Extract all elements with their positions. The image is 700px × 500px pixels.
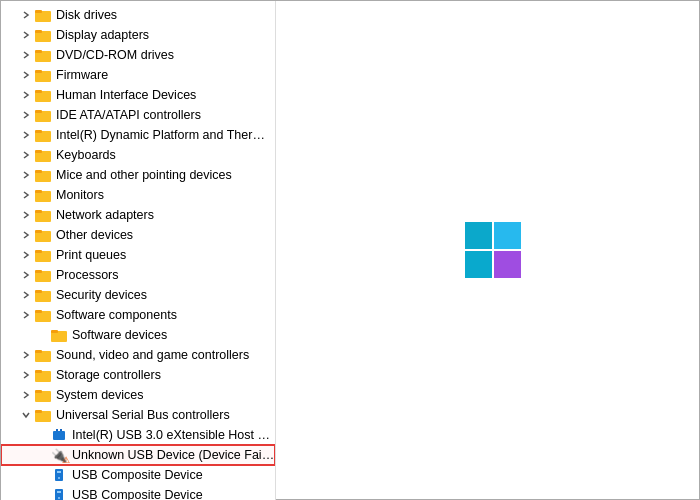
svg-rect-41	[35, 410, 42, 413]
svg-rect-42	[53, 431, 65, 440]
chevron-icon	[21, 390, 35, 400]
svg-rect-45	[55, 469, 63, 481]
item-icon	[35, 268, 53, 282]
svg-rect-13	[35, 130, 42, 133]
chevron-icon	[21, 90, 35, 100]
item-label: Storage controllers	[56, 366, 161, 384]
tree-item-display-adapters[interactable]: Display adapters	[1, 25, 275, 45]
tree-item-dvd-cdrom[interactable]: DVD/CD-ROM drives	[1, 45, 275, 65]
svg-rect-5	[35, 50, 42, 53]
tree-item-software-devices[interactable]: Software devices	[1, 325, 275, 345]
item-icon	[35, 408, 53, 422]
tree-item-intel-usb[interactable]: Intel(R) USB 3.0 eXtensible Host Control…	[1, 425, 275, 445]
device-tree-panel[interactable]: Disk drivesDisplay adaptersDVD/CD-ROM dr…	[1, 1, 276, 500]
svg-rect-59	[494, 222, 521, 249]
item-icon	[35, 88, 53, 102]
tree-item-keyboards[interactable]: Keyboards	[1, 145, 275, 165]
svg-rect-19	[35, 190, 42, 193]
chevron-icon	[21, 50, 35, 60]
item-icon	[51, 427, 69, 443]
item-icon	[51, 328, 69, 342]
svg-rect-7	[35, 70, 42, 73]
svg-rect-25	[35, 250, 42, 253]
item-label: Processors	[56, 266, 119, 284]
svg-rect-17	[35, 170, 42, 173]
item-label: Sound, video and game controllers	[56, 346, 249, 364]
item-label: Unknown USB Device (Device Failed Enumer…	[72, 446, 275, 464]
tree-item-storage-controllers[interactable]: Storage controllers	[1, 365, 275, 385]
item-label: Intel(R) USB 3.0 eXtensible Host Control…	[72, 426, 275, 444]
svg-point-50	[58, 497, 60, 499]
tree-item-system-devices[interactable]: System devices	[1, 385, 275, 405]
item-icon	[51, 467, 69, 483]
chevron-icon	[21, 350, 35, 360]
tree-item-intel-dynamic[interactable]: Intel(R) Dynamic Platform and Thermal Fr…	[1, 125, 275, 145]
svg-rect-39	[35, 390, 42, 393]
svg-rect-35	[35, 350, 42, 353]
tree-item-ide-ata[interactable]: IDE ATA/ATAPI controllers	[1, 105, 275, 125]
tree-item-firmware[interactable]: Firmware	[1, 65, 275, 85]
chevron-icon	[21, 110, 35, 120]
item-icon	[35, 68, 53, 82]
item-icon	[35, 368, 53, 382]
item-icon: 🔌⚠	[51, 448, 69, 463]
tree-item-human-interface[interactable]: Human Interface Devices	[1, 85, 275, 105]
tree-item-usb-controllers[interactable]: Universal Serial Bus controllers	[1, 405, 275, 425]
item-label: Network adapters	[56, 206, 154, 224]
svg-rect-21	[35, 210, 42, 213]
item-label: USB Composite Device	[72, 466, 203, 484]
tree-item-other-devices[interactable]: Other devices	[1, 225, 275, 245]
chevron-icon	[21, 150, 35, 160]
tree-item-usb-composite-1[interactable]: USB Composite Device	[1, 465, 275, 485]
svg-rect-27	[35, 270, 42, 273]
item-label: Disk drives	[56, 6, 117, 24]
svg-rect-58	[465, 222, 492, 249]
tree-item-security-devices[interactable]: Security devices	[1, 285, 275, 305]
item-label: Other devices	[56, 226, 133, 244]
item-label: Software components	[56, 306, 177, 324]
tree-item-processors[interactable]: Processors	[1, 265, 275, 285]
chevron-icon	[21, 410, 35, 420]
item-icon	[35, 108, 53, 122]
tree-item-print-queues[interactable]: Print queues	[1, 245, 275, 265]
svg-rect-49	[57, 491, 61, 493]
item-label: Software devices	[72, 326, 167, 344]
tree-item-monitors[interactable]: Monitors	[1, 185, 275, 205]
svg-rect-46	[57, 471, 61, 473]
svg-rect-15	[35, 150, 42, 153]
svg-rect-11	[35, 110, 42, 113]
item-label: Print queues	[56, 246, 126, 264]
chevron-icon	[21, 250, 35, 260]
item-icon	[35, 308, 53, 322]
item-label: USB Composite Device	[72, 486, 203, 500]
item-icon	[35, 348, 53, 362]
svg-rect-1	[35, 10, 42, 13]
svg-rect-31	[35, 310, 42, 313]
item-label: Security devices	[56, 286, 147, 304]
chevron-icon	[21, 10, 35, 20]
chevron-icon	[21, 310, 35, 320]
svg-rect-23	[35, 230, 42, 233]
svg-rect-33	[51, 330, 58, 333]
tree-item-mice[interactable]: Mice and other pointing devices	[1, 165, 275, 185]
tree-item-network-adapters[interactable]: Network adapters	[1, 205, 275, 225]
item-label: Mice and other pointing devices	[56, 166, 232, 184]
svg-rect-29	[35, 290, 42, 293]
item-label: Display adapters	[56, 26, 149, 44]
chevron-icon	[21, 290, 35, 300]
item-label: IDE ATA/ATAPI controllers	[56, 106, 201, 124]
item-icon	[35, 168, 53, 182]
item-icon	[35, 248, 53, 262]
item-icon	[35, 288, 53, 302]
brand-logo	[453, 220, 523, 280]
tree-item-sound-video[interactable]: Sound, video and game controllers	[1, 345, 275, 365]
tree-item-unknown-usb[interactable]: 🔌⚠Unknown USB Device (Device Failed Enum…	[1, 445, 275, 465]
chevron-icon	[21, 230, 35, 240]
tree-item-usb-composite-2[interactable]: USB Composite Device	[1, 485, 275, 500]
item-label: Intel(R) Dynamic Platform and Thermal Fr…	[56, 126, 275, 144]
tree-item-software-components[interactable]: Software components	[1, 305, 275, 325]
item-icon	[35, 8, 53, 22]
chevron-icon	[21, 70, 35, 80]
tree-item-disk-drives[interactable]: Disk drives	[1, 5, 275, 25]
chevron-icon	[21, 130, 35, 140]
